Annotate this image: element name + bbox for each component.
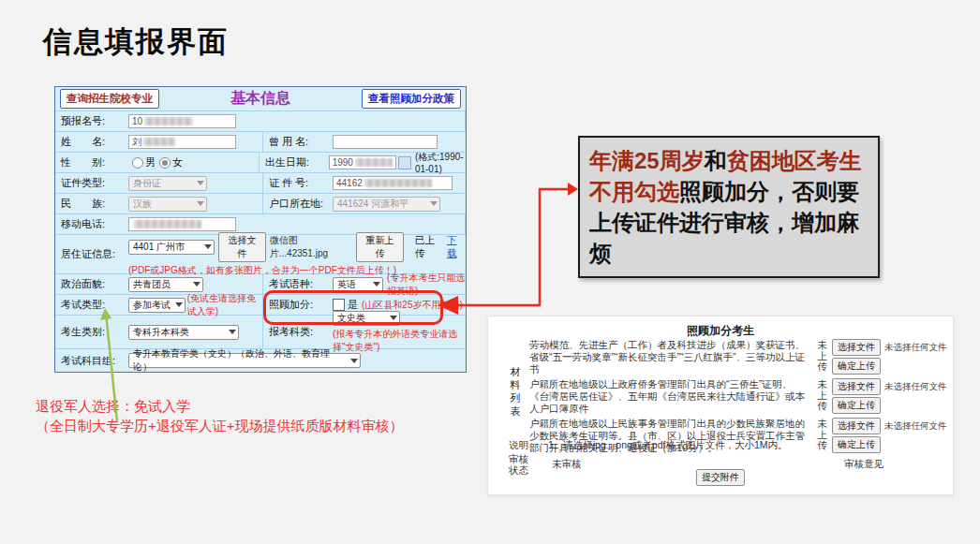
- material-text: 劳动模范、先进生产（工作）者及科技进步（成果）奖获证书、省级“五一劳动奖章”“新…: [529, 339, 810, 375]
- choose-file-button[interactable]: 选择文件: [218, 232, 265, 262]
- chevron-down-icon: [204, 244, 212, 249]
- masked-value: [143, 138, 175, 146]
- row-ethnic-hukou: 民 族: 汉族 户口所在地: 441624 河源和平: [55, 194, 466, 214]
- red-arrowhead-right-icon: [568, 183, 578, 196]
- confirm-upload-button[interactable]: 确定上传: [832, 397, 881, 414]
- residence-filename: 微信图片...42351.jpg: [270, 234, 353, 260]
- note-text: 1、请选择jpg、png或者pdf格式图片文件，大小1M内。: [548, 439, 788, 452]
- idno-label: 证 件 号:: [269, 176, 333, 190]
- former-name-label: 曾 用 名:: [269, 135, 333, 149]
- name-input[interactable]: 刘: [128, 135, 236, 149]
- confirm-upload-button[interactable]: 确定上传: [832, 358, 881, 375]
- row-gender-birth: 性 别: 男 女 出生日期: 1990 (格式:1990-01-01): [55, 153, 466, 173]
- chevron-down-icon: [350, 359, 358, 363]
- former-name-input[interactable]: [333, 135, 438, 149]
- masked-value: [144, 117, 193, 125]
- view-bonus-policy-button[interactable]: 查看照顾加分政策: [362, 89, 461, 109]
- name-label: 姓 名:: [61, 135, 128, 149]
- no-file-text: 未选择任何文件: [884, 420, 947, 433]
- ethnic-select[interactable]: 汉族: [128, 197, 207, 212]
- residence-city-select[interactable]: 4401 广州市: [128, 240, 215, 255]
- birth-input[interactable]: 1990: [329, 155, 396, 169]
- radio-male-label: 男: [145, 155, 156, 169]
- row-residence: 居住证信息: 4401 广州市 选择文件 微信图片...42351.jpg 重新…: [55, 235, 466, 274]
- masked-value: [355, 158, 393, 167]
- callout-box: 年满25周岁和贫困地区考生不用勾选照顾加分，否则要上传证件进行审核，增加麻烦: [578, 136, 880, 278]
- idtype-select[interactable]: 身份证: [128, 176, 207, 191]
- preid-input[interactable]: 10: [128, 114, 236, 128]
- subjectcat-label: 报考科类:: [269, 325, 333, 339]
- political-select[interactable]: 共青团员: [128, 277, 203, 292]
- choose-file-button[interactable]: 选择文件: [832, 418, 881, 434]
- calendar-icon[interactable]: [398, 156, 411, 169]
- uploaded-status: 已上传: [415, 234, 443, 260]
- language-label: 考试语种:: [269, 277, 333, 291]
- callout-text-red: 年满25周岁: [589, 148, 705, 173]
- chevron-down-icon: [175, 302, 183, 307]
- radio-male[interactable]: [132, 157, 143, 169]
- preid-label: 预报名号:: [61, 114, 128, 128]
- page-title: 信息填报界面: [43, 22, 229, 62]
- veteran-note-line1: 退役军人选择：免试入学: [36, 396, 404, 416]
- birth-label: 出生日期:: [265, 155, 329, 169]
- material-list-label: 材料列表: [509, 365, 522, 418]
- no-file-text: 未选择任何文件: [884, 342, 947, 354]
- residence-label: 居住证信息:: [61, 247, 128, 261]
- chevron-down-icon: [229, 330, 236, 334]
- radio-female[interactable]: [159, 157, 171, 169]
- hukou-label: 户口所在地:: [269, 197, 333, 211]
- phone-label: 移动电话:: [61, 217, 128, 231]
- form-header: 基本信息 查询招生院校专业 查看照顾加分政策: [55, 87, 466, 111]
- row-idtype-idno: 证件类型: 身份证 证 件 号: 44162: [55, 173, 466, 194]
- reupload-button[interactable]: 重新上传: [356, 232, 403, 262]
- panel-title: 照顾加分考生: [488, 323, 953, 339]
- material-item: 户籍所在地地级以上政府侨务管理部门出具的“三侨生”证明、《台湾居民居住证》、五年…: [529, 378, 947, 415]
- ethnic-label: 民 族:: [61, 197, 128, 211]
- veteran-note: 退役军人选择：免试入学 （全日制大专学历+退役军人证+现场提供纸质版材料审核）: [36, 396, 404, 435]
- chevron-down-icon: [373, 282, 380, 287]
- category-label: 考生类别:: [61, 325, 128, 339]
- category-select[interactable]: 专科升本科类: [128, 325, 239, 340]
- material-item: 劳动模范、先进生产（工作）者及科技进步（成果）奖获证书、省级“五一劳动奖章”“新…: [529, 339, 947, 375]
- bonus-highlight-circle: [263, 290, 443, 325]
- choose-file-button[interactable]: 选择文件: [832, 339, 881, 356]
- masked-value: [364, 179, 432, 187]
- subjectgroup-select[interactable]: 专升本教育学类（文史）（政治、外语、教育理论）: [128, 353, 361, 368]
- political-label: 政治面貌:: [61, 277, 128, 291]
- examtype-label: 考试类型:: [61, 298, 128, 312]
- note-label: 说明: [509, 439, 533, 452]
- no-file-text: 未选择任何文件: [884, 381, 947, 393]
- upload-status: 未上传: [816, 379, 828, 415]
- hukou-select[interactable]: 441624 河源和平: [333, 197, 440, 212]
- birth-format-hint: (格式:1990-01-01): [415, 151, 466, 174]
- bonus-candidate-panel: 照顾加分考生 材料列表 劳动模范、先进生产（工作）者及科技进步（成果）奖获证书、…: [487, 316, 954, 495]
- chevron-down-icon: [197, 181, 204, 185]
- audit-status-label: 审核状态: [509, 453, 531, 476]
- download-link[interactable]: 下载: [447, 234, 466, 260]
- row-subjectgroup: 考试科目组: 专升本教育学类（文史）（政治、外语、教育理论）: [55, 349, 466, 372]
- panel-note-row: 说明 1、请选择jpg、png或者pdf格式图片文件，大小1M内。: [509, 439, 788, 452]
- callout-text: 和: [705, 148, 727, 173]
- basic-info-form: 基本信息 查询招生院校专业 查看照顾加分政策 预报名号: 10 姓 名: 刘 曾…: [54, 86, 467, 373]
- row-preid: 预报名号: 10: [55, 111, 466, 132]
- radio-female-label: 女: [172, 155, 183, 169]
- upload-status: 未上传: [816, 419, 828, 454]
- upload-status: 未上传: [816, 340, 828, 375]
- subjectgroup-label: 考试科目组:: [61, 354, 128, 368]
- examtype-hint: (免试生请选择免试入学): [187, 292, 262, 318]
- examtype-select[interactable]: 参加考试: [128, 298, 186, 313]
- idno-input[interactable]: 44162: [333, 176, 453, 190]
- idtype-label: 证件类型:: [61, 176, 128, 190]
- query-colleges-button[interactable]: 查询招生院校专业: [60, 89, 159, 109]
- gender-label: 性 别:: [61, 155, 128, 169]
- material-text: 户籍所在地地级以上政府侨务管理部门出具的“三侨生”证明、《台湾居民居住证》、五年…: [529, 378, 810, 415]
- chevron-down-icon: [430, 201, 438, 206]
- choose-file-button[interactable]: 选择文件: [832, 378, 881, 395]
- veteran-note-line2: （全日制大专学历+退役军人证+现场提供纸质版材料审核）: [36, 416, 404, 435]
- submit-attachment-button[interactable]: 提交附件: [696, 469, 745, 486]
- masked-value: [134, 220, 201, 228]
- audit-status-value: 未审核: [552, 458, 582, 471]
- red-connector-line: [455, 189, 570, 305]
- phone-input[interactable]: [128, 217, 236, 231]
- confirm-upload-button[interactable]: 确定上传: [832, 436, 881, 453]
